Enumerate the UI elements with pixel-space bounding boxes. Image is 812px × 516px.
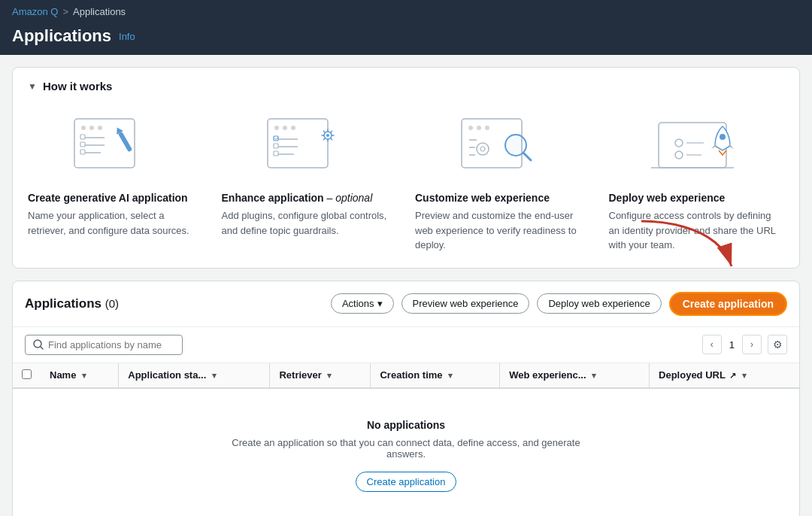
create-icon <box>28 108 204 183</box>
deploy-button[interactable]: Deploy web experience <box>537 293 661 314</box>
search-icon <box>33 339 44 350</box>
svg-point-34 <box>477 126 481 130</box>
search-pagination-row: ‹ 1 › ⚙ <box>13 327 799 363</box>
sort-web-icon[interactable]: ▾ <box>592 371 596 380</box>
svg-rect-7 <box>80 135 85 139</box>
apps-count: (0) <box>105 297 119 310</box>
svg-rect-8 <box>80 142 85 147</box>
step3-title: Customize web experience <box>415 192 591 204</box>
col-header-name: Name ▾ <box>41 363 119 388</box>
svg-point-49 <box>720 134 726 140</box>
create-application-button[interactable]: Create application <box>669 292 787 316</box>
svg-point-37 <box>480 147 485 151</box>
enhance-icon <box>222 108 398 183</box>
sort-status-icon[interactable]: ▾ <box>212 371 217 380</box>
svg-point-14 <box>283 126 287 130</box>
table-settings-button[interactable]: ⚙ <box>768 335 787 354</box>
col-header-checkbox <box>13 363 41 388</box>
svg-rect-20 <box>274 144 278 148</box>
deploy-icon <box>609 108 785 183</box>
sort-creation-icon[interactable]: ▾ <box>448 371 453 380</box>
step1-title: Create generative AI application <box>28 192 204 204</box>
svg-line-29 <box>331 138 332 140</box>
svg-point-23 <box>326 134 329 137</box>
pagination-area: ‹ 1 › ⚙ <box>702 335 787 354</box>
nav-amazon-q[interactable]: Amazon Q <box>12 6 58 17</box>
how-it-works-grid: Create generative AI application Name yo… <box>28 108 784 253</box>
svg-point-46 <box>675 151 683 159</box>
empty-state-row: No applications Create an application so… <box>13 388 799 517</box>
svg-line-42 <box>523 153 531 160</box>
how-it-works-card: ▼ How it works <box>12 67 800 269</box>
applications-section-title: Applications (0) <box>25 296 323 311</box>
actions-button[interactable]: Actions ▾ <box>331 293 394 314</box>
how-step-create: Create generative AI application Name yo… <box>28 108 204 253</box>
empty-state: No applications Create an application so… <box>13 389 799 517</box>
applications-table: Name ▾ Application sta... ▾ Retriever ▾ … <box>13 363 799 517</box>
col-header-creation-time: Creation time ▾ <box>371 363 500 388</box>
breadcrumb: Amazon Q > Applications <box>0 0 812 23</box>
svg-point-35 <box>485 126 489 130</box>
nav-separator: > <box>62 6 68 17</box>
table-header-row: Name ▾ Application sta... ▾ Retriever ▾ … <box>13 363 799 388</box>
svg-rect-21 <box>274 151 278 156</box>
svg-point-15 <box>291 126 295 130</box>
current-page: 1 <box>725 339 739 351</box>
how-step-enhance: Enhance application – optional Add plugi… <box>222 108 398 253</box>
customize-icon <box>415 108 591 183</box>
col-header-retriever: Retriever ▾ <box>270 363 371 388</box>
svg-point-3 <box>98 126 102 130</box>
info-button[interactable]: Info <box>119 31 135 42</box>
col-header-web-experience: Web experienc... ▾ <box>500 363 650 388</box>
search-wrapper[interactable] <box>25 335 183 355</box>
step4-desc: Configure access controls by defining an… <box>609 208 785 253</box>
how-it-works-toggle[interactable]: ▼ How it works <box>28 80 112 93</box>
svg-point-1 <box>81 126 86 130</box>
dropdown-icon: ▾ <box>377 298 383 309</box>
col-header-deployed-url: Deployed URL ↗ ▾ <box>650 363 799 388</box>
step4-title: Deploy web experience <box>609 192 785 204</box>
step3-desc: Preview and customize the end-user web e… <box>415 208 591 253</box>
how-it-works-title: How it works <box>43 80 113 93</box>
search-input[interactable] <box>48 339 174 351</box>
step2-title: Enhance application – optional <box>222 192 398 204</box>
svg-point-33 <box>468 126 473 130</box>
svg-point-45 <box>675 139 683 147</box>
svg-line-30 <box>331 131 332 132</box>
select-all-checkbox[interactable] <box>22 369 32 379</box>
next-page-button[interactable]: › <box>742 335 762 354</box>
how-step-customize: Customize web experience Preview and cus… <box>415 108 591 253</box>
main-content: ▼ How it works <box>0 55 812 516</box>
page-title: Applications <box>12 26 111 46</box>
empty-create-button[interactable]: Create application <box>356 472 457 492</box>
empty-desc: Create an application so that you can co… <box>226 437 586 460</box>
step1-desc: Name your application, select a retrieve… <box>28 208 204 238</box>
preview-button[interactable]: Preview web experience <box>401 293 530 314</box>
prev-page-button[interactable]: ‹ <box>702 335 722 354</box>
svg-rect-9 <box>80 150 85 154</box>
applications-card: Applications (0) Actions ▾ Preview web e… <box>12 281 800 517</box>
empty-title: No applications <box>367 419 445 431</box>
sort-name-icon[interactable]: ▾ <box>82 371 86 380</box>
applications-header: Applications (0) Actions ▾ Preview web e… <box>13 281 799 327</box>
toggle-arrow-icon: ▼ <box>28 81 37 92</box>
how-step-deploy: Deploy web experience Configure access c… <box>609 108 785 253</box>
col-header-status: Application sta... ▾ <box>119 363 270 388</box>
step2-desc: Add plugins, configure global controls, … <box>222 208 398 238</box>
nav-current: Applications <box>73 6 126 17</box>
svg-point-13 <box>274 126 279 130</box>
page-header: Applications Info <box>0 23 812 55</box>
sort-retriever-icon[interactable]: ▾ <box>327 371 332 380</box>
svg-line-52 <box>41 347 43 349</box>
sort-url-icon[interactable]: ▾ <box>742 371 747 380</box>
svg-point-2 <box>89 126 94 130</box>
